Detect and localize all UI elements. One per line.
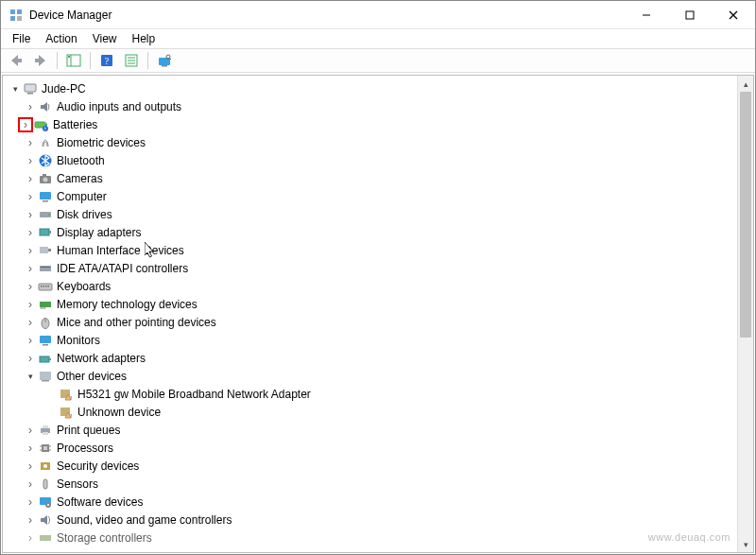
vertical-scrollbar[interactable]: ▴ ▾	[737, 76, 753, 552]
properties-button[interactable]	[120, 50, 143, 71]
hid-icon	[38, 243, 53, 258]
menu-view[interactable]: View	[85, 30, 125, 47]
expand-toggle[interactable]	[24, 172, 37, 185]
tree-node-other-child[interactable]: ! H5321 gw Mobile Broadband Network Adap…	[7, 385, 737, 403]
tree-node-label: Jude-PC	[41, 82, 86, 95]
tree-node-netadapters[interactable]: Network adapters	[7, 349, 737, 367]
expand-toggle[interactable]	[24, 352, 37, 365]
svg-rect-0	[10, 9, 15, 14]
tree-node-ide[interactable]: IDE ATA/ATAPI controllers	[7, 259, 737, 277]
svg-rect-42	[43, 286, 45, 287]
expand-toggle[interactable]	[24, 118, 27, 131]
camera-icon	[38, 171, 53, 186]
tree-node-label: Keyboards	[56, 280, 111, 293]
menu-help[interactable]: Help	[125, 30, 163, 47]
tree-node-label: Monitors	[56, 334, 100, 347]
tree-node-cameras[interactable]: Cameras	[7, 169, 737, 187]
device-tree[interactable]: Jude-PC Audio inputs and outputs Batteri…	[3, 76, 737, 552]
tree-node-mice[interactable]: Mice and other pointing devices	[7, 313, 737, 331]
printer-icon	[38, 423, 53, 438]
svg-rect-53	[40, 356, 49, 362]
expand-toggle[interactable]	[24, 442, 37, 455]
svg-rect-36	[40, 247, 48, 253]
svg-rect-10	[68, 56, 70, 58]
help-button[interactable]: ?	[95, 50, 118, 71]
back-button[interactable]	[5, 50, 27, 71]
tree-node-biometric[interactable]: Biometric devices	[7, 133, 737, 151]
expand-toggle[interactable]	[24, 298, 37, 311]
forward-button[interactable]	[29, 50, 52, 71]
tree-node-label: Mice and other pointing devices	[56, 316, 216, 329]
expand-toggle[interactable]	[24, 531, 37, 545]
tree-node-label: IDE ATA/ATAPI controllers	[56, 262, 188, 275]
minimize-button[interactable]	[625, 1, 668, 28]
tree-node-monitors[interactable]: Monitors	[7, 331, 737, 349]
sound-icon	[38, 512, 53, 528]
expand-toggle[interactable]	[24, 208, 37, 221]
expand-toggle[interactable]	[24, 495, 37, 509]
tree-node-label: Processors	[56, 442, 113, 455]
monitor-icon	[38, 189, 53, 204]
expand-toggle[interactable]	[24, 334, 37, 347]
svg-text:?: ?	[105, 56, 110, 66]
scroll-thumb[interactable]	[740, 92, 751, 338]
tree-node-batteries[interactable]: Batteries	[7, 115, 737, 133]
svg-point-71	[43, 464, 47, 468]
tree-node-disk[interactable]: Disk drives	[7, 205, 737, 223]
tree-node-storage[interactable]: Storage controllers	[7, 529, 737, 546]
scroll-down-button[interactable]: ▾	[738, 536, 753, 552]
svg-rect-39	[41, 267, 50, 268]
scroll-up-button[interactable]: ▴	[738, 76, 753, 92]
show-hide-tree-button[interactable]	[62, 50, 85, 71]
svg-rect-76	[40, 535, 51, 541]
expand-toggle[interactable]	[24, 262, 37, 275]
expand-toggle[interactable]	[24, 513, 37, 527]
tree-node-label: Audio inputs and outputs	[56, 100, 181, 113]
svg-rect-18	[162, 65, 167, 67]
expand-toggle[interactable]	[24, 280, 37, 293]
close-button[interactable]	[712, 1, 755, 28]
expand-toggle[interactable]	[24, 316, 37, 329]
tree-node-bluetooth[interactable]: Bluetooth	[7, 151, 737, 169]
tree-node-printq[interactable]: Print queues	[7, 421, 737, 439]
expand-toggle[interactable]	[24, 100, 37, 113]
expand-toggle[interactable]	[24, 154, 37, 167]
tree-node-label: Sound, video and game controllers	[56, 513, 232, 527]
expand-toggle[interactable]	[9, 84, 22, 94]
expand-toggle[interactable]	[24, 244, 37, 257]
menu-action[interactable]: Action	[38, 30, 84, 47]
toolbar-separator	[90, 52, 91, 69]
scan-hardware-button[interactable]	[153, 50, 176, 71]
tree-node-computer[interactable]: Computer	[7, 187, 737, 205]
svg-rect-29	[43, 174, 46, 176]
expand-toggle[interactable]	[24, 226, 37, 239]
tree-node-label: Bluetooth	[56, 154, 105, 167]
tree-root[interactable]: Jude-PC	[7, 79, 737, 97]
tree-node-display[interactable]: Display adapters	[7, 223, 737, 241]
display-adapter-icon	[38, 225, 53, 240]
expand-toggle[interactable]	[24, 460, 37, 473]
tree-node-processors[interactable]: Processors	[7, 439, 737, 457]
tree-node-sound[interactable]: Sound, video and game controllers	[7, 511, 737, 529]
tree-node-sensors[interactable]: Sensors	[7, 475, 737, 493]
maximize-button[interactable]	[668, 1, 712, 28]
expand-toggle[interactable]	[24, 372, 37, 381]
tree-node-keyboards[interactable]: Keyboards	[7, 277, 737, 295]
svg-rect-31	[43, 200, 48, 202]
tree-node-hid[interactable]: Human Interface Devices	[7, 241, 737, 259]
svg-rect-5	[686, 11, 694, 19]
tree-node-memtech[interactable]: Memory technology devices	[7, 295, 737, 313]
tree-node-other[interactable]: Other devices	[7, 367, 737, 385]
tree-node-audio[interactable]: Audio inputs and outputs	[7, 97, 737, 115]
expand-toggle[interactable]	[24, 136, 37, 149]
tree-node-other-child[interactable]: ! Unknown device	[7, 403, 737, 421]
menu-file[interactable]: File	[5, 30, 38, 47]
tree-node-software[interactable]: Software devices	[7, 493, 737, 511]
expand-toggle[interactable]	[24, 424, 37, 437]
monitor-icon	[38, 333, 53, 348]
tree-node-security[interactable]: Security devices	[7, 457, 737, 475]
expand-toggle[interactable]	[24, 190, 37, 203]
expand-toggle[interactable]	[24, 477, 37, 491]
svg-rect-47	[43, 307, 43, 309]
fingerprint-icon	[38, 135, 53, 150]
